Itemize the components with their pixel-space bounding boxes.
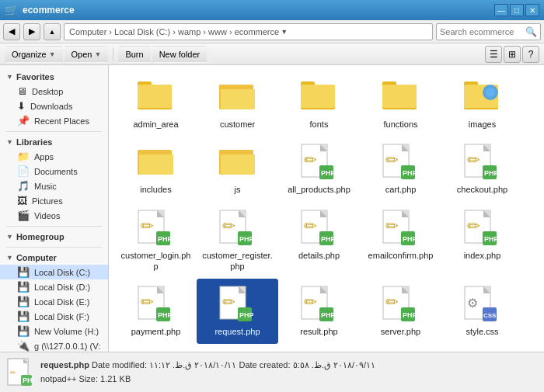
sidebar-item-network-g[interactable]: 🔌 g (\\127.0.0.1) (V: (0, 338, 108, 352)
file-item[interactable]: ✏ PHP customer_register. php (197, 203, 278, 279)
disk-d-icon: 💾 (17, 281, 30, 293)
status-filename: request.php (40, 360, 89, 369)
folder-icon (138, 78, 175, 116)
file-item[interactable]: js (197, 137, 278, 202)
file-item[interactable]: ✏ PHP index.php (441, 203, 523, 279)
open-button[interactable]: Open ▼ (65, 46, 109, 63)
search-icon[interactable]: 🔍 (525, 26, 537, 37)
file-item[interactable]: ✏ PHP all_products.php (278, 137, 360, 202)
favorites-label: Favorites (16, 72, 54, 82)
help-button[interactable]: ? (522, 46, 539, 63)
file-item[interactable]: images (441, 71, 523, 137)
file-name: emailconfirm.php (368, 250, 434, 261)
file-area: admin_area customer fonts functions imag… (109, 65, 544, 352)
svg-text:PHP: PHP (158, 311, 172, 319)
svg-rect-22 (221, 154, 255, 175)
status-file-icon: ✏ PHP (6, 359, 34, 387)
burn-button[interactable]: Burn (118, 46, 150, 63)
up-button[interactable]: ▲ (44, 23, 61, 40)
homegroup-section: ▼ Homegroup (0, 230, 108, 244)
status-bar: ✏ PHP request.php Date modified: ٢٠١٨/١٠… (0, 352, 544, 392)
file-item[interactable]: ✏ PHP emailconfirm.php (360, 203, 441, 279)
folder-icon (138, 144, 175, 181)
svg-text:✏: ✏ (467, 151, 480, 168)
sidebar-item-label: Videos (34, 211, 60, 220)
main-layout: ▼ Favorites 🖥 Desktop ⬇ Downloads 📌 Rece… (0, 65, 544, 352)
sidebar-item-pictures[interactable]: 🖼 Pictures (0, 193, 108, 208)
file-item[interactable]: fonts (278, 71, 360, 137)
sidebar-item-recent[interactable]: 📌 Recent Places (0, 113, 108, 128)
php-file-icon: ✏ PHP (138, 210, 175, 247)
search-input[interactable] (440, 27, 525, 36)
sidebar-item-apps[interactable]: 📁 Apps (0, 149, 108, 164)
file-item[interactable]: CSS ⚙ style.css (441, 279, 523, 344)
svg-text:✏: ✏ (222, 293, 235, 310)
apps-icon: 📁 (17, 151, 30, 162)
minimize-button[interactable]: — (494, 4, 508, 16)
libraries-header[interactable]: ▼ Libraries (0, 135, 108, 149)
desktop-icon: 🖥 (17, 85, 27, 97)
sidebar-item-label: Local Disk (D:) (34, 283, 90, 292)
forward-button[interactable]: ▶ (23, 23, 40, 40)
address-path[interactable]: Computer › Local Disk (C:) › wamp › www … (64, 23, 433, 40)
recent-icon: 📌 (17, 115, 30, 127)
sidebar: ▼ Favorites 🖥 Desktop ⬇ Downloads 📌 Rece… (0, 65, 109, 352)
maximize-button[interactable]: □ (510, 4, 524, 16)
php-file-icon: ✏ PHP (382, 286, 420, 323)
sidebar-item-music[interactable]: 🎵 Music (0, 179, 108, 193)
sidebar-item-videos[interactable]: 🎬 Videos (0, 208, 108, 223)
file-item[interactable]: includes (115, 137, 197, 202)
svg-point-16 (486, 88, 495, 97)
svg-text:✏: ✏ (10, 369, 16, 376)
computer-header[interactable]: ▼ Computer (0, 251, 108, 265)
sidebar-item-label: Local Disk (F:) (34, 312, 89, 321)
file-item[interactable]: ✏ PHP server.php (360, 279, 441, 344)
libraries-label: Libraries (16, 137, 52, 147)
view-icons-button[interactable]: ⊞ (504, 46, 521, 63)
separator (113, 47, 113, 61)
sidebar-item-downloads[interactable]: ⬇ Downloads (0, 99, 108, 113)
new-folder-button[interactable]: New folder (152, 46, 207, 63)
sidebar-item-documents[interactable]: 📄 Documents (0, 164, 108, 179)
breadcrumb: Computer › Local Disk (C:) › wamp › www … (69, 27, 279, 36)
organize-dropdown-arrow[interactable]: ▼ (49, 50, 56, 58)
file-item[interactable]: customer (197, 71, 278, 137)
sidebar-item-local-e[interactable]: 💾 Local Disk (E:) (0, 294, 108, 309)
file-item[interactable]: ✏ PHP cart.php (360, 137, 441, 202)
view-toggle-button[interactable]: ☰ (485, 46, 502, 63)
file-item[interactable]: functions (360, 71, 441, 137)
status-info: request.php Date modified: ٢٠١٨/١٠/١١ ق.… (40, 359, 538, 386)
path-dropdown-arrow[interactable]: ▼ (281, 28, 288, 36)
sidebar-item-local-f[interactable]: 💾 Local Disk (F:) (0, 309, 108, 324)
sidebar-item-local-h[interactable]: 💾 New Volume (H:) (0, 324, 108, 338)
open-dropdown-arrow[interactable]: ▼ (94, 50, 101, 58)
back-button[interactable]: ◀ (3, 23, 20, 40)
svg-text:✏: ✏ (304, 151, 317, 168)
file-item[interactable]: ✏ PHP result.php (278, 279, 360, 344)
file-item[interactable]: admin_area (115, 71, 197, 137)
php-file-icon: ✏ PHP (219, 286, 256, 323)
sidebar-item-label: Local Disk (E:) (34, 297, 90, 307)
folder-icon (219, 78, 256, 116)
divider-1 (6, 131, 102, 132)
file-item[interactable]: ✏ PHP checkout.php (441, 137, 523, 202)
status-date-created: ٢٠١٨/٠٩/١١ ق.ظ. ٥:٥٨ (293, 360, 375, 369)
file-name: request.php (214, 326, 260, 337)
svg-rect-11 (382, 85, 417, 108)
file-item[interactable]: ✏ PHP payment.php (115, 279, 197, 344)
file-name: result.php (300, 326, 337, 337)
computer-section: ▼ Computer 💾 Local Disk (C:) 💾 Local Dis… (0, 251, 108, 352)
svg-text:PHP: PHP (158, 235, 172, 243)
close-button[interactable]: ✕ (525, 4, 539, 16)
sidebar-item-desktop[interactable]: 🖥 Desktop (0, 84, 108, 99)
file-item[interactable]: ✏ PHP details.php (278, 203, 360, 279)
sidebar-item-local-d[interactable]: 💾 Local Disk (D:) (0, 279, 108, 294)
file-item[interactable]: ✏ PHP customer_login.php (115, 203, 197, 279)
favorites-header[interactable]: ▼ Favorites (0, 70, 108, 84)
sidebar-item-local-c[interactable]: 💾 Local Disk (C:) (0, 265, 108, 279)
organize-button[interactable]: Organize ▼ (5, 46, 63, 63)
file-item[interactable]: ✏ PHP request.php (197, 279, 278, 344)
homegroup-header[interactable]: ▼ Homegroup (0, 230, 108, 244)
php-file-icon: ✏ PHP (382, 210, 420, 247)
php-file-icon: ✏ PHP (219, 210, 256, 247)
